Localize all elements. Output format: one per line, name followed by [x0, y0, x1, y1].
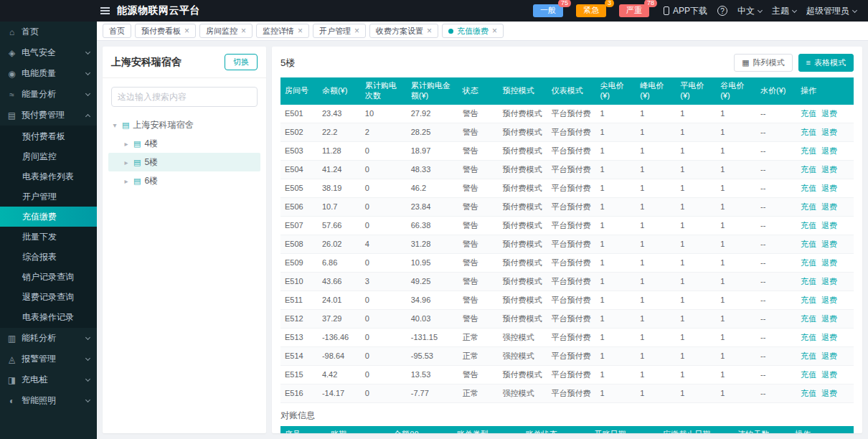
sidebar-subitem-充值缴费[interactable]: 充值缴费	[0, 207, 97, 227]
column-header: 峰电价(¥)	[636, 77, 676, 105]
alarm-badge-紧急[interactable]: 紧急3	[576, 4, 606, 17]
action-退费[interactable]: 退费	[821, 221, 837, 230]
action-退费[interactable]: 退费	[821, 296, 837, 304]
tree-node-root[interactable]: ▾▤上海安科瑞宿舍	[108, 115, 260, 134]
cell: E514	[280, 346, 318, 365]
sidebar-subitem-电表操作记录[interactable]: 电表操作记录	[0, 307, 97, 327]
cell: E507	[280, 216, 318, 235]
sidebar-item-能耗分析[interactable]: ▥能耗分析	[0, 328, 97, 349]
sidebar-item-智能照明[interactable]: ◐智能照明	[0, 390, 97, 411]
tree-search-input[interactable]	[111, 87, 258, 107]
action-退费[interactable]: 退费	[821, 202, 837, 211]
close-icon[interactable]: ×	[241, 27, 246, 35]
action-充值[interactable]: 充值	[801, 184, 816, 192]
action-充值[interactable]: 充值	[801, 146, 816, 155]
close-icon[interactable]: ×	[298, 27, 303, 35]
cell: 警告	[458, 309, 499, 328]
table-row: E50610.7023.84警告预付费模式平台预付费1111--充值退费	[280, 197, 854, 216]
close-icon[interactable]: ×	[427, 27, 432, 35]
sidebar-item-报警管理[interactable]: ◬报警管理	[0, 349, 97, 369]
sidebar-subitem-综合报表[interactable]: 综合报表	[0, 247, 97, 267]
sidebar-item-电能质量[interactable]: ◉电能质量	[0, 63, 97, 84]
cell: 1	[716, 384, 756, 402]
action-退费[interactable]: 退费	[821, 314, 837, 323]
action-退费[interactable]: 退费	[821, 184, 837, 192]
sidebar-item-充电桩[interactable]: ◨充电桩	[0, 369, 97, 390]
sidebar-item-电气安全[interactable]: ◈电气安全	[0, 42, 97, 63]
sidebar-item-首页[interactable]: ⌂首页	[0, 22, 97, 42]
tab-收费方案设置[interactable]: 收费方案设置×	[369, 24, 438, 38]
action-充值[interactable]: 充值	[801, 109, 816, 118]
action-充值[interactable]: 充值	[801, 389, 816, 397]
action-退费[interactable]: 退费	[821, 128, 837, 136]
table-row: E514-98.640-95.53正常强控模式平台预付费1111--充值退费	[280, 346, 854, 365]
alarm-badge-严重[interactable]: 严重78	[619, 4, 649, 17]
sidebar-subitem-电表操作列表[interactable]: 电表操作列表	[0, 166, 97, 187]
cell: 0	[361, 216, 407, 235]
sidebar-subitem-销户记录查询[interactable]: 销户记录查询	[0, 267, 97, 287]
tab-首页[interactable]: 首页	[103, 24, 131, 38]
switch-building-button[interactable]: 切换	[225, 54, 258, 70]
action-充值[interactable]: 充值	[801, 277, 816, 285]
action-充值[interactable]: 充值	[801, 370, 816, 379]
close-icon[interactable]: ×	[492, 27, 497, 35]
grid-mode-button[interactable]: ▦阵列模式	[734, 54, 792, 72]
table-mode-button[interactable]: ≡表格模式	[798, 54, 854, 72]
tab-预付费看板[interactable]: 预付费看板×	[135, 24, 196, 38]
sidebar-item-能量分析[interactable]: ≈能量分析	[0, 84, 97, 105]
sidebar-subitem-批量下发[interactable]: 批量下发	[0, 227, 97, 247]
action-充值[interactable]: 充值	[801, 202, 816, 211]
action-退费[interactable]: 退费	[821, 389, 837, 397]
sidebar-subitem-预付费看板[interactable]: 预付费看板	[0, 126, 97, 146]
sidebar-item-预付费管理[interactable]: ▤预付费管理	[0, 105, 97, 126]
tree-node-5楼[interactable]: ▸▤5楼	[108, 153, 260, 171]
language-dropdown[interactable]: 中文	[737, 5, 762, 17]
action-充值[interactable]: 充值	[801, 314, 816, 323]
action-退费[interactable]: 退费	[821, 277, 837, 285]
help-icon[interactable]: ?	[717, 6, 727, 16]
sidebar-submenu: 预付费看板房间监控电表操作列表开户管理充值缴费批量下发综合报表销户记录查询退费记…	[0, 126, 97, 328]
tab-监控详情[interactable]: 监控详情×	[256, 24, 309, 38]
sidebar-subitem-退费记录查询[interactable]: 退费记录查询	[0, 287, 97, 307]
action-退费[interactable]: 退费	[821, 165, 837, 174]
cell: --	[756, 179, 796, 197]
action-充值[interactable]: 充值	[801, 258, 816, 267]
action-充值[interactable]: 充值	[801, 128, 816, 136]
cell: 1	[595, 216, 636, 235]
tab-充值缴费[interactable]: 充值缴费×	[442, 24, 504, 38]
close-icon[interactable]: ×	[354, 27, 359, 35]
cell: 1	[595, 141, 636, 160]
sidebar-subitem-房间监控[interactable]: 房间监控	[0, 146, 97, 166]
action-退费[interactable]: 退费	[821, 109, 837, 118]
sidebar-subitem-开户管理[interactable]: 开户管理	[0, 187, 97, 207]
action-充值[interactable]: 充值	[801, 221, 816, 230]
cell: E508	[280, 235, 318, 253]
cell: 1	[636, 384, 676, 402]
action-退费[interactable]: 退费	[821, 258, 837, 267]
tree-node-4楼[interactable]: ▸▤4楼	[108, 134, 260, 153]
action-充值[interactable]: 充值	[801, 351, 816, 360]
action-退费[interactable]: 退费	[821, 333, 837, 341]
tab-房间监控[interactable]: 房间监控×	[199, 24, 253, 38]
cell: 强控模式	[499, 384, 547, 402]
chevron-down-icon	[85, 90, 90, 95]
action-充值[interactable]: 充值	[801, 165, 816, 174]
actions-cell: 充值退费	[796, 328, 854, 346]
action-充值[interactable]: 充值	[801, 333, 816, 341]
alarm-badge-一般[interactable]: 一般75	[533, 4, 563, 17]
cell: 预付费模式	[499, 105, 547, 123]
action-退费[interactable]: 退费	[821, 146, 837, 155]
action-退费[interactable]: 退费	[821, 370, 837, 379]
action-退费[interactable]: 退费	[821, 240, 837, 248]
action-退费[interactable]: 退费	[821, 351, 837, 360]
user-menu[interactable]: 超级管理员	[806, 5, 857, 17]
action-充值[interactable]: 充值	[801, 296, 816, 304]
app-download-link[interactable]: APP下载	[664, 5, 707, 17]
tab-开户管理[interactable]: 开户管理×	[313, 24, 366, 38]
close-icon[interactable]: ×	[184, 27, 189, 35]
tree-node-6楼[interactable]: ▸▤6楼	[108, 171, 260, 190]
theme-dropdown[interactable]: 主题	[772, 5, 796, 17]
column-header: 尖电价(¥)	[595, 77, 636, 105]
action-充值[interactable]: 充值	[801, 240, 816, 248]
menu-toggle-icon[interactable]	[100, 7, 110, 14]
